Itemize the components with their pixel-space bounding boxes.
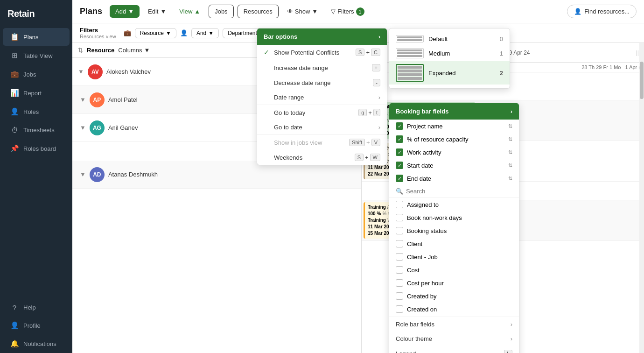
show-jobs-item[interactable]: Show in jobs view Shift+V — [257, 135, 387, 150]
sidebar-item-label: Timesheets — [23, 127, 55, 134]
field-created-on[interactable]: Created on — [389, 303, 519, 315]
field-start-date[interactable]: ✓ Start date ⇅ — [389, 159, 519, 172]
edit-button[interactable]: Edit ▼ — [143, 5, 171, 18]
unchecked-icon — [396, 292, 403, 300]
sidebar-item-timesheets[interactable]: ⏱ Timesheets — [3, 121, 70, 139]
expand-icon[interactable]: ▼ — [80, 96, 86, 103]
filter-count-badge: 1 — [356, 7, 364, 16]
fields-list: Assigned to Book non-work days Booking s… — [389, 198, 519, 315]
date-range-item[interactable]: Date range › — [257, 90, 387, 105]
checked-icon: ✓ — [396, 148, 403, 156]
sidebar-item-jobs[interactable]: 💼 Jobs — [3, 65, 70, 83]
bar-size-default[interactable]: Default 0 — [389, 32, 510, 45]
filter-icon: ▽ — [331, 8, 336, 15]
jobs-tab[interactable]: Jobs — [209, 5, 233, 18]
sidebar-item-label: Help — [23, 304, 36, 311]
bar-options-header: Bar options › — [257, 28, 387, 45]
sidebar-item-plans[interactable]: 📋 Plans — [3, 28, 70, 46]
field-cost-per-hour[interactable]: Cost per hour — [389, 276, 519, 289]
resources-tab[interactable]: Resources — [238, 5, 279, 18]
go-date-item[interactable]: Go to date › — [257, 120, 387, 134]
sidebar-item-roles[interactable]: 👤 Roles — [3, 103, 70, 120]
sidebar-item-label: Roles — [23, 108, 39, 115]
legend-item[interactable]: Legend... L — [389, 346, 519, 353]
resource-name: Amol Patel — [108, 96, 138, 103]
field-book-non-work[interactable]: Book non-work days — [389, 211, 519, 224]
search-field: 🔍 — [389, 185, 519, 198]
view-button[interactable]: View ▲ — [175, 5, 205, 18]
go-today-item[interactable]: Go to today g+t — [257, 105, 387, 120]
sidebar-item-help[interactable]: ? Help — [3, 299, 70, 316]
unchecked-icon — [396, 266, 403, 274]
checked-icon: ✓ — [396, 135, 403, 143]
chevron-down-icon: ▼ — [312, 8, 318, 15]
bar-size-expanded[interactable]: Expanded 2 — [389, 61, 510, 85]
chevron-up-icon: ▲ — [194, 8, 200, 15]
filters-title: Filters — [80, 27, 116, 34]
shortcut: L — [504, 350, 512, 353]
notifications-icon: 🔔 — [10, 339, 19, 348]
chevron-right-icon: › — [511, 108, 512, 115]
expand-icon[interactable]: ▼ — [80, 171, 86, 178]
expand-icon[interactable]: ▼ — [78, 68, 84, 75]
shortcut: S+W — [355, 154, 380, 161]
booking-fields-header: Booking bar fields › — [389, 103, 519, 120]
profile-icon: 👤 — [10, 321, 19, 330]
field-capacity[interactable]: ✓ % of resource capacity ⇅ — [389, 133, 519, 146]
avatar: AD — [90, 167, 105, 182]
field-client-job[interactable]: Client - Job — [389, 250, 519, 263]
field-cost[interactable]: Cost — [389, 263, 519, 276]
check-icon: ✓ — [264, 49, 271, 56]
bar-size-medium[interactable]: Medium 1 — [389, 45, 510, 61]
unchecked-icon — [396, 240, 403, 247]
expand-icon[interactable]: ▼ — [80, 124, 86, 131]
and-filter[interactable]: And ▼ — [191, 28, 219, 38]
page-title: Plans — [80, 7, 102, 16]
search-input[interactable] — [406, 188, 512, 195]
show-conflicts-item[interactable]: ✓ Show Potential Conflicts S+C — [257, 45, 387, 60]
field-project-name[interactable]: ✓ Project name ⇅ — [389, 120, 519, 133]
dates-label: 28 Th 29 Fr 1 Mo 1 Apr ( — [581, 64, 640, 70]
show-button[interactable]: 👁 Show ▼ — [282, 5, 322, 18]
resource-name: Anil Ganev — [108, 124, 138, 131]
scrollbar-thumb[interactable] — [640, 62, 644, 99]
field-assigned-to[interactable]: Assigned to — [389, 198, 519, 211]
field-booking-status[interactable]: Booking status — [389, 224, 519, 237]
field-created-by[interactable]: Created by — [389, 289, 519, 303]
bar-preview-expanded — [396, 64, 424, 82]
roles-board-icon: 📌 — [10, 144, 19, 153]
chevron-down-icon: ▼ — [128, 8, 134, 15]
weekends-item[interactable]: Weekends S+W — [257, 150, 387, 165]
add-button[interactable]: Add ▼ — [110, 5, 140, 18]
booking-project: Training — [368, 205, 386, 210]
checked-icon: ✓ — [396, 162, 403, 169]
shortcut: S+C — [356, 49, 380, 56]
person-icon: 👤 — [574, 8, 581, 15]
plans-icon: 📋 — [10, 33, 19, 41]
colour-theme-item[interactable]: Colour theme › — [389, 332, 519, 346]
sidebar-item-label: Roles board — [23, 145, 56, 152]
sidebar-item-notifications[interactable]: 🔔 Notifications — [3, 335, 70, 353]
filters-button[interactable]: ▽ Filters 1 — [326, 5, 369, 19]
job-filter[interactable]: Resource ▼ — [135, 28, 176, 38]
field-work-activity[interactable]: ✓ Work activity ⇅ — [389, 146, 519, 159]
sidebar-item-label: Notifications — [23, 340, 56, 347]
roles-icon: 👤 — [10, 107, 19, 116]
sidebar-item-report[interactable]: 📊 Report — [3, 84, 70, 102]
increase-date-item[interactable]: Increase date range + — [257, 60, 387, 75]
sidebar-item-table-view[interactable]: ⊞ Table View — [3, 47, 70, 64]
avatar: AP — [90, 92, 105, 107]
scrollbar-track[interactable] — [639, 43, 644, 353]
decrease-date-item[interactable]: Decrease date range - — [257, 75, 387, 90]
extra-menu-items: Role bar fields › Colour theme › Legend.… — [389, 317, 519, 353]
role-bar-fields-item[interactable]: Role bar fields › — [389, 317, 519, 332]
sidebar-item-roles-board[interactable]: 📌 Roles board — [3, 140, 70, 157]
columns-button[interactable]: Columns ▼ — [118, 47, 150, 54]
collapse-icon[interactable]: ⇅ — [78, 47, 83, 54]
find-resources-button[interactable]: 👤 Find resources... — [567, 5, 637, 18]
field-client[interactable]: Client — [389, 237, 519, 250]
sidebar-item-profile[interactable]: 👤 Profile — [3, 317, 70, 334]
sort-icon: ⇅ — [508, 136, 512, 142]
jobs-icon: 💼 — [10, 70, 19, 78]
field-end-date[interactable]: ✓ End date ⇅ — [389, 172, 519, 185]
